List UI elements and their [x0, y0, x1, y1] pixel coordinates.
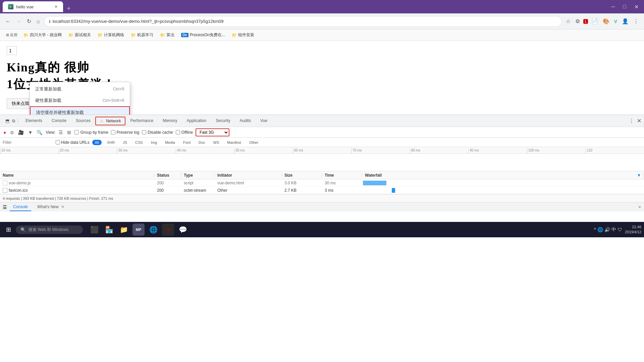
forward-button[interactable]: →: [15, 17, 23, 26]
store-icon[interactable]: 🏪: [103, 224, 115, 236]
explorer-icon[interactable]: 📁: [118, 224, 130, 236]
hide-data-urls-checkbox[interactable]: [56, 140, 60, 144]
bookmark-ml[interactable]: 📁 机器学习: [128, 31, 156, 39]
filter-pill-css[interactable]: CSS: [132, 140, 146, 145]
tab-audits[interactable]: Audits: [235, 116, 256, 126]
table-row[interactable]: vue-demo.js 200 script vue-demo.html 3.0…: [0, 179, 644, 187]
tab-vue[interactable]: Vue: [256, 116, 272, 126]
disable-cache-label[interactable]: Disable cache: [142, 130, 173, 135]
ctx-clear-cache-reload[interactable]: 清空缓存并硬性重新加载: [30, 106, 130, 115]
preserve-log-checkbox[interactable]: [111, 130, 115, 134]
offline-checkbox[interactable]: [176, 130, 180, 134]
filter-pill-all[interactable]: All: [92, 140, 102, 145]
filter-pill-img[interactable]: Img: [148, 140, 160, 145]
th-status[interactable]: Status: [154, 173, 181, 178]
ext-3-icon[interactable]: 🎨: [601, 17, 611, 26]
filter-pill-font[interactable]: Font: [180, 140, 193, 145]
home-button[interactable]: ⌂: [35, 17, 41, 26]
th-initiator[interactable]: Initiator: [215, 173, 282, 178]
filter-button[interactable]: ▼: [27, 129, 33, 136]
bookmark-components[interactable]: 📁 组件安装: [229, 31, 257, 39]
tab-console[interactable]: Console: [47, 116, 71, 126]
maximize-button[interactable]: □: [620, 4, 629, 10]
console-bar-icon[interactable]: ☰: [3, 204, 7, 210]
chrome-icon[interactable]: 🌐: [147, 224, 159, 236]
apps-button[interactable]: ⊞ 应用: [4, 31, 19, 39]
url-bar[interactable]: ℹ localhost:63342/my-vue/vue-demo/vue-de…: [44, 16, 562, 27]
extensions-icon[interactable]: ⚙: [574, 17, 581, 26]
ext-1-icon[interactable]: 1: [583, 19, 588, 24]
bookmark-interview[interactable]: 📁 面试相关: [66, 31, 94, 39]
group-by-frame-label[interactable]: Group by frame: [74, 130, 108, 135]
row-checkbox-1[interactable]: [3, 181, 7, 185]
filter-pill-other[interactable]: Other: [247, 140, 261, 145]
menu-icon[interactable]: ⋮: [632, 17, 640, 26]
filter-input[interactable]: [3, 140, 53, 145]
reload-button[interactable]: ↻: [25, 17, 33, 26]
whatsnew-close-icon[interactable]: ✕: [61, 204, 64, 209]
tab-memory[interactable]: Memory: [158, 116, 182, 126]
mp-icon[interactable]: MP: [132, 224, 145, 236]
filter-pill-js[interactable]: JS: [120, 140, 130, 145]
console-bar-tab-console[interactable]: Console: [10, 203, 31, 211]
count-input[interactable]: [7, 46, 17, 55]
taskview-icon[interactable]: ⬛: [88, 224, 100, 236]
row-checkbox-2[interactable]: [3, 188, 7, 193]
filter-pill-doc[interactable]: Doc: [196, 140, 208, 145]
hide-data-urls-label[interactable]: Hide data URLs: [56, 140, 90, 145]
ctx-hard-reload[interactable]: 硬性重新加载 Ctrl+Shift+R: [30, 95, 130, 106]
th-time[interactable]: Time: [322, 173, 362, 178]
disable-cache-checkbox[interactable]: [142, 130, 146, 134]
bookmark-network[interactable]: 📁 计算机网络: [95, 31, 127, 39]
tray-up-icon[interactable]: ^: [594, 227, 596, 232]
group-by-frame-checkbox[interactable]: [74, 130, 79, 134]
wechat-icon[interactable]: 💬: [177, 224, 189, 236]
devtools-close-icon[interactable]: ✕: [637, 118, 641, 124]
tab-sources[interactable]: Sources: [71, 116, 95, 126]
bookmark-algo[interactable]: 📁 算法: [157, 31, 177, 39]
system-clock[interactable]: 21:46 2019/4/12: [625, 225, 641, 235]
th-size[interactable]: Size: [282, 173, 322, 178]
devtools-dock-icon[interactable]: ⬒: [5, 118, 9, 124]
camera-button[interactable]: 🎥: [17, 129, 24, 136]
taskbar-search-bar[interactable]: 🔍 搜索 Web 和 Windows: [16, 226, 83, 234]
bookmark-scu[interactable]: 📁 四川大学 - 就业网: [21, 31, 64, 39]
filter-pill-ws[interactable]: WS: [211, 140, 222, 145]
new-tab-button[interactable]: ＋: [63, 4, 74, 12]
screenshot-view-icon[interactable]: ⊞: [66, 129, 72, 136]
console-bar-tab-whatsnew[interactable]: What's New ✕: [34, 203, 68, 211]
th-type[interactable]: Type: [181, 173, 215, 178]
ext-4-icon[interactable]: V: [613, 17, 619, 25]
stop-button[interactable]: ⊘: [9, 129, 15, 136]
offline-label[interactable]: Offline: [176, 130, 193, 135]
close-button[interactable]: ✕: [632, 4, 641, 10]
bookmark-star-icon[interactable]: ☆: [565, 17, 572, 26]
browser-tab[interactable]: V hello vue ✕: [3, 1, 63, 12]
list-view-icon[interactable]: ☰: [58, 129, 64, 136]
throttle-select[interactable]: Fast 3G Slow 3G No throttling: [196, 128, 229, 136]
tab-network[interactable]: ⚠ Network: [95, 117, 125, 125]
bookmark-processon[interactable]: On ProcessOn免费在...: [178, 31, 228, 39]
filter-pill-manifest[interactable]: Manifest: [224, 140, 244, 145]
table-row[interactable]: favicon.ico 200 octet-stream Other 2.7 K…: [0, 187, 644, 194]
search-button[interactable]: 🔍: [36, 129, 43, 136]
th-waterfall[interactable]: Waterfall ▼: [362, 173, 644, 178]
preserve-log-label[interactable]: Preserve log: [111, 130, 139, 135]
console-bar-close-icon[interactable]: ✕: [638, 205, 641, 209]
tab-close-button[interactable]: ✕: [54, 4, 58, 9]
minimize-button[interactable]: ─: [608, 4, 618, 10]
intellij-icon[interactable]: IJ: [162, 224, 174, 236]
tab-application[interactable]: Application: [182, 116, 211, 126]
record-button[interactable]: ●: [3, 129, 7, 136]
tray-lang-icon[interactable]: 中: [611, 227, 616, 233]
ext-2-icon[interactable]: 📄: [590, 17, 599, 26]
tray-network-icon[interactable]: 🌐: [597, 227, 603, 232]
devtools-more-icon[interactable]: ⋮: [629, 118, 634, 124]
start-button[interactable]: ⊞: [3, 226, 14, 233]
filter-pill-media[interactable]: Media: [162, 140, 178, 145]
tray-antivirus-icon[interactable]: 🛡: [618, 227, 622, 232]
filter-pill-xhr[interactable]: XHR: [104, 140, 117, 145]
th-name[interactable]: Name: [0, 173, 154, 178]
tray-speaker-icon[interactable]: 🔊: [604, 227, 610, 232]
account-icon[interactable]: 👤: [621, 17, 630, 26]
